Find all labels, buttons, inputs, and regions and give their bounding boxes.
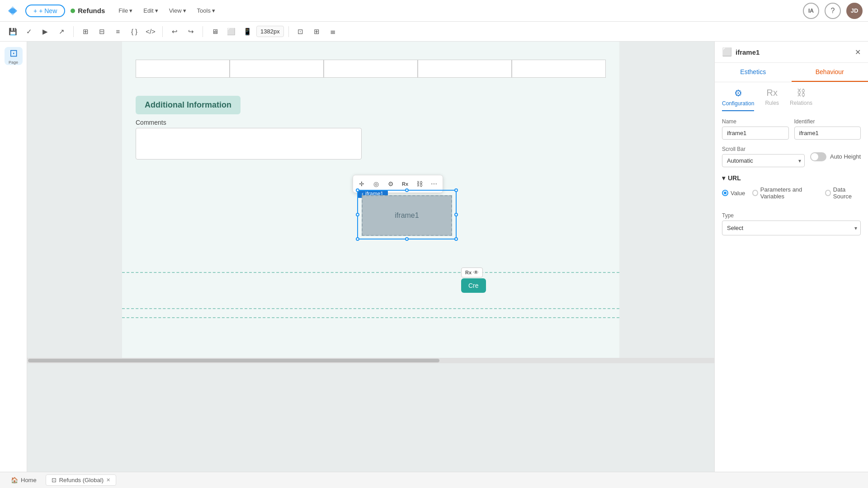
project-status-dot — [71, 9, 75, 13]
handle-bm[interactable] — [405, 237, 409, 241]
play-button[interactable]: ▶ — [38, 24, 52, 39]
layers-button[interactable]: ⊟ — [94, 24, 109, 39]
table-col-5 — [512, 60, 606, 78]
panel-title: iframe1 — [736, 48, 760, 56]
tab-home[interactable]: 🏠 Home — [5, 475, 42, 485]
type-section: Type Select ▾ — [715, 212, 868, 235]
check-button[interactable]: ✓ — [22, 24, 36, 39]
menu-file[interactable]: File ▾ — [114, 5, 137, 16]
components-button[interactable]: ⊞ — [78, 24, 93, 39]
url-label: URL — [728, 174, 741, 182]
radio-dot-params — [752, 190, 758, 196]
relations-icon: ⛓ — [797, 88, 806, 98]
config-tab-relations[interactable]: ⛓ Relations — [790, 88, 812, 111]
logic-button[interactable]: { } — [127, 24, 142, 39]
dashed-line-3 — [122, 317, 619, 318]
scroll-thumb[interactable] — [28, 359, 439, 362]
redo-button[interactable]: ↪ — [184, 24, 198, 39]
close-icon[interactable]: ✕ — [855, 48, 861, 56]
panel-header: ⬜ iframe1 ✕ — [715, 42, 868, 63]
avatar[interactable]: JD — [846, 3, 863, 19]
mobile-view[interactable]: 📱 — [240, 24, 255, 39]
radio-dot-datasource — [825, 190, 830, 196]
tablet-view[interactable]: ⬜ — [224, 24, 238, 39]
handle-bl[interactable] — [356, 237, 359, 241]
section-label: Additional Information — [136, 96, 241, 114]
scroll-auto-row: Scroll Bar Automatic Always Never ▾ — [722, 146, 861, 167]
canvas-scrollbar[interactable] — [27, 358, 714, 363]
home-icon: 🏠 — [11, 477, 18, 483]
left-sidebar: ⊡ Page — [0, 42, 27, 472]
handle-br[interactable] — [454, 237, 458, 241]
bottom-tabs: 🏠 Home ⊡ Refunds (Global) ✕ — [0, 472, 868, 488]
undo-button[interactable]: ↩ — [167, 24, 182, 39]
tab-refunds[interactable]: ⊡ Refunds (Global) ✕ — [46, 474, 116, 486]
type-label: Type — [722, 212, 861, 219]
scroll-select[interactable]: Automatic Always Never — [722, 154, 805, 167]
panel-form: Name Identifier Scroll Bar Automatic — [715, 111, 868, 174]
handle-mr[interactable] — [454, 213, 458, 216]
radio-value[interactable]: Value — [722, 190, 745, 197]
separator3 — [203, 26, 203, 37]
name-input[interactable] — [722, 127, 789, 140]
ia-badge[interactable]: IA — [803, 3, 819, 19]
url-options: Value Parameters and Variables Data Sour… — [722, 186, 861, 200]
config-tab-configuration[interactable]: ⚙ Configuration — [722, 88, 754, 111]
pages-button[interactable]: ⊞ — [310, 24, 324, 39]
name-group: Name — [722, 118, 789, 140]
config-tab-rules[interactable]: Rx Rules — [765, 88, 779, 111]
widget-rx-btn[interactable]: Rx — [398, 177, 412, 191]
tab-close-icon[interactable]: ✕ — [106, 477, 110, 483]
panel-tabs: Esthetics Behaviour — [715, 63, 868, 82]
widget-move-btn[interactable]: ✛ — [355, 177, 368, 191]
widget-settings-btn[interactable]: ⚙ — [384, 177, 397, 191]
auto-height-toggle[interactable] — [810, 152, 826, 161]
widget-rotate-btn[interactable]: ◎ — [369, 177, 383, 191]
help-icon[interactable]: ? — [825, 3, 841, 19]
handle-ml[interactable] — [356, 213, 359, 216]
chevron-down-icon: ▾ — [722, 174, 725, 182]
tab-esthetics[interactable]: Esthetics — [715, 63, 792, 82]
table-col-3 — [324, 60, 418, 78]
chevron-down-icon: ▾ — [183, 7, 186, 14]
data-button[interactable]: ≡ — [111, 24, 125, 39]
app-logo[interactable] — [5, 4, 20, 18]
canvas-content: Additional Information Comments ✛ ◎ ⚙ Rx… — [122, 42, 619, 358]
code-button[interactable]: </> — [143, 24, 158, 39]
dashed-line-2 — [122, 308, 619, 309]
rx-badge[interactable]: Rx 👁 — [461, 267, 483, 277]
save-button[interactable]: 💾 — [5, 24, 20, 39]
radio-params[interactable]: Parameters and Variables — [752, 186, 818, 200]
main-layout: ⊡ Page Additional Information Comments — [0, 42, 868, 472]
create-button[interactable]: Cre — [461, 278, 486, 293]
widget-more-btn[interactable]: ⋯ — [427, 177, 441, 191]
identifier-group: Identifier — [794, 118, 861, 140]
comments-textarea[interactable] — [136, 128, 362, 160]
menu-tools[interactable]: Tools ▾ — [193, 5, 220, 16]
scroll-row: Scroll Bar Automatic Always Never ▾ — [722, 146, 861, 167]
sidebar-item-page[interactable]: ⊡ Page — [5, 47, 23, 65]
canvas-area[interactable]: Additional Information Comments ✛ ◎ ⚙ Rx… — [27, 42, 714, 472]
iframe-widget[interactable]: iframe1 — [362, 195, 452, 236]
desktop-view[interactable]: 🖥 — [208, 24, 222, 39]
menu-edit[interactable]: Edit ▾ — [139, 5, 162, 16]
menu-view[interactable]: View ▾ — [165, 5, 191, 16]
table-col-4 — [418, 60, 512, 78]
separator — [73, 26, 74, 37]
radio-datasource[interactable]: Data Source — [825, 186, 861, 200]
widget-link-btn[interactable]: ⛓ — [413, 177, 426, 191]
name-identifier-row: Name Identifier — [722, 118, 861, 140]
tab-behaviour[interactable]: Behaviour — [792, 63, 868, 82]
identifier-input[interactable] — [794, 127, 861, 140]
chevron-down-icon: ▾ — [212, 7, 215, 14]
type-select[interactable]: Select — [722, 221, 861, 235]
new-button[interactable]: + + New — [25, 5, 65, 17]
export-button[interactable]: ↗ — [54, 24, 69, 39]
px-display: 1382px — [256, 26, 284, 37]
settings-button2[interactable]: ≣ — [326, 24, 340, 39]
config-sub-tabs: ⚙ Configuration Rx Rules ⛓ Relations — [715, 82, 868, 111]
iframe-panel-icon: ⬜ — [722, 47, 732, 57]
handle-tr[interactable] — [454, 188, 458, 192]
project-name: Refunds — [71, 7, 105, 14]
grid-button[interactable]: ⊡ — [293, 24, 308, 39]
